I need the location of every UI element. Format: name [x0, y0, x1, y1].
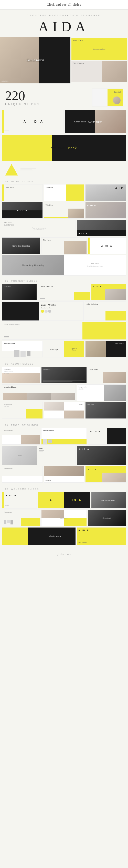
product2-thumb-3: A ID A	[88, 428, 126, 445]
welcome-thumb-7: Get in touch	[2, 527, 76, 545]
product2-thumb-5: A ID A	[77, 446, 126, 465]
welcome-thumb-4: Accessories	[2, 509, 40, 526]
big-preview-area: A I D A Get in touch Get in touch	[0, 109, 128, 134]
intro-thumb-9: Never Stop Dreaming	[2, 237, 40, 254]
intro-thumb-2: Title Here	[44, 184, 84, 201]
project-thumb-5: Concept ServiceWorks	[44, 341, 84, 358]
project-section: 02. PROJECT SLIDES Title Slide Label Wor…	[0, 277, 128, 359]
welcome-thumb-3: WelcomeBack	[91, 492, 126, 508]
product2-thumb-1: extraordinary	[2, 428, 40, 445]
project-thumb-2: Label Works	[38, 284, 90, 301]
intro-never-stop: Never Stop Dreaming Title Here Small tex…	[2, 255, 126, 276]
hero-area: Get in touch Aida Slide Aida Title Vario…	[0, 37, 128, 83]
intro-thumb-6: A ID A	[85, 202, 126, 219]
about-section: 03. ABOUT SLIDES Title Here Subtitle con…	[0, 360, 128, 420]
product2-thumb-2: web Marketing	[41, 428, 87, 445]
hero-main-slide: Get in touch Aida Slide	[0, 37, 71, 83]
intro-thumb-1: Title Here	[2, 184, 43, 201]
project-story: Telling something story	[2, 322, 126, 340]
unique-label: UNIQUE SLIDES	[5, 103, 40, 106]
intro-thumb-5: Title Here	[44, 202, 84, 219]
project-thumb-1: Title Slide	[2, 284, 37, 301]
unique-slides-section: 220 UNIQUE SLIDES Special	[0, 83, 128, 109]
product2-label: 04. PRODUCT SLIDES	[0, 421, 128, 428]
project-marketing: AIDA Marketing	[85, 302, 126, 321]
banner-text: Click and see all slides	[47, 3, 81, 6]
intro-thumb-7: Title Here Subtitle Text Can be your nex…	[2, 220, 76, 236]
main-title: AIDA	[0, 18, 128, 37]
about-thumb-6: images with slide title	[2, 402, 43, 419]
project-label: 02. PROJECT SLIDES	[0, 277, 128, 284]
product2-thumb-8: A ID A	[85, 466, 126, 483]
about-thumb-1: Title Here Subtitle contenttext here	[2, 367, 40, 383]
project-thumb-3: A ID A	[91, 284, 126, 301]
welcome-thumb-6: Get in touch	[88, 509, 126, 526]
unique-number: 220	[5, 89, 40, 103]
watermark-text: gfxtra.com	[5, 553, 123, 556]
triangle-decoration	[5, 164, 18, 176]
slide-git-text: Get in touch	[88, 120, 102, 123]
hero-left: Get in touch Aida Slide	[0, 37, 71, 83]
intro-label: 01. INTRO SLIDES	[0, 178, 128, 184]
slide-aida-preview: A I D A	[2, 110, 63, 133]
top-banner[interactable]: Click and see all slides	[0, 0, 128, 9]
intro-thumb-11: A ID A	[88, 237, 126, 254]
welcome-back-slide: WelcomeBack	[2, 135, 126, 161]
about-thumb-5: images with slide title	[77, 384, 126, 401]
about-label: 03. ABOUT SLIDES	[0, 360, 128, 367]
product2-section: 04. PRODUCT SLIDES extraordinary web Mar…	[0, 421, 128, 484]
hero-right: Aida Title Various content Slide Preview	[71, 37, 128, 83]
about-thumb-4: Imagine bigger	[2, 384, 76, 401]
trending-label: TRENDING PRESENTATION TEMPLATE	[0, 9, 128, 18]
intro-thumb-10: Title Here	[41, 237, 87, 254]
welcome-thumb-1: A ID A Drag	[2, 492, 37, 508]
about-thumb-2: Title Here	[41, 367, 87, 383]
about-thumb-8: Dark style	[85, 402, 126, 419]
product2-thumb-6: Presentation	[2, 466, 43, 483]
welcome-thumb-8: A ID A Get in touch	[77, 527, 126, 545]
project-thumb-4: New Product	[2, 341, 43, 358]
about-thumb-3: Little things	[88, 367, 126, 383]
big-preview-row-1: A I D A Get in touch Get in touch	[2, 110, 126, 133]
bottom-area: gfxtra.com	[0, 548, 128, 561]
intro-section: 01. INTRO SLIDES Title Here Title Here A…	[0, 178, 128, 276]
project-label-works: Label Works Subtitle text here	[2, 302, 84, 321]
about-thumb-7: parity	[44, 402, 84, 419]
intro-thumb-8: A ID A	[77, 220, 126, 236]
welcome-thumb-2: A ID A	[38, 492, 90, 508]
intro-thumb-3: A ID	[85, 184, 126, 201]
intro-thumb-4: A ID A	[2, 202, 43, 219]
welcome-thumb-5: up or down	[41, 509, 87, 526]
product2-thumb-4: Photo Title	[2, 446, 76, 465]
welcome-section: 05. WELCOME SLIDES A ID A Drag A ID A We…	[0, 485, 128, 546]
welcome-label: 05. WELCOME SLIDES	[0, 485, 128, 492]
product2-thumb-7: Product	[44, 466, 84, 483]
slide-get-in-touch-preview: Get in touch Get in touch	[65, 110, 126, 133]
project-thumb-6: New Product	[85, 341, 126, 358]
hero-get-in-touch: Get in touch	[26, 58, 44, 62]
